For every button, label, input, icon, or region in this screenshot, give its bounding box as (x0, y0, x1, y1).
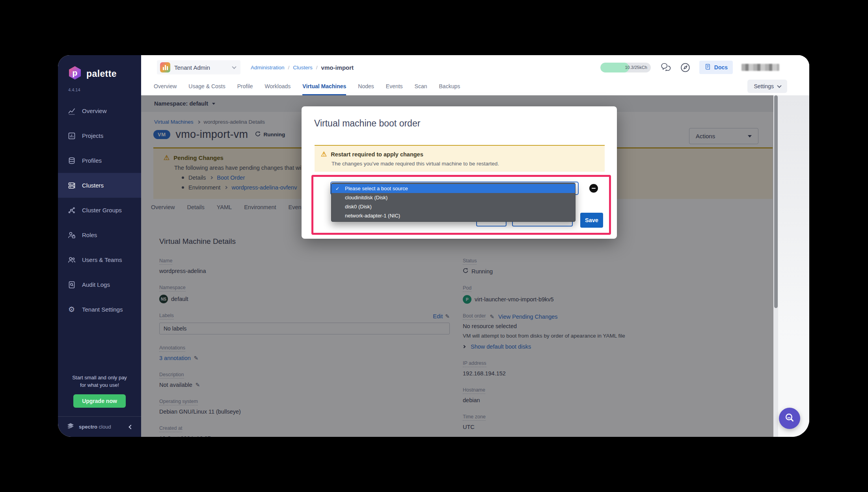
top-bar: Tenant Admin Administration / Clusters /… (141, 55, 809, 77)
usage-meter-label: 10.3/25kCh (625, 65, 647, 70)
sidebar-item-label: Users & Teams (82, 256, 122, 263)
tab-virtual-machines[interactable]: Virtual Machines (302, 77, 346, 95)
usage-meter: 10.3/25kCh (600, 63, 651, 72)
vm-details-page: Namespace: default Virtual Machines word… (141, 95, 778, 437)
modal-title: Virtual machine boot order (314, 118, 420, 129)
save-button[interactable]: Save (580, 213, 603, 228)
restart-warning-title: Restart required to apply changes (331, 151, 423, 158)
network-icon (67, 206, 76, 214)
chat-icon[interactable] (659, 62, 671, 72)
scrollbar-thumb[interactable] (774, 95, 778, 308)
docs-button[interactable]: Docs (699, 61, 733, 74)
sidebar-item-projects[interactable]: Projects (58, 123, 141, 148)
users-icon (67, 256, 76, 264)
dropdown-option-cloudinitdisk[interactable]: cloudinitdisk (Disk) (332, 193, 575, 202)
tab-workloads[interactable]: Workloads (264, 77, 291, 95)
main-area: Tenant Admin Administration / Clusters /… (141, 55, 809, 437)
sidebar-item-label: Projects (82, 132, 103, 139)
sidebar-item-label: Overview (82, 108, 107, 114)
book-icon (704, 63, 711, 71)
restart-warning: ⚠ Restart required to apply changes The … (315, 145, 605, 172)
upgrade-now-button[interactable]: Upgrade now (73, 394, 126, 408)
boot-source-dropdown: ✓ Please select a boot source cloudinitd… (331, 183, 576, 222)
footer-brand: spectro cloud (79, 424, 111, 430)
projects-icon (67, 132, 76, 140)
warning-icon: ⚠ (321, 150, 327, 158)
brand-name: palette (86, 69, 117, 79)
settings-button[interactable]: Settings (747, 80, 787, 93)
spectro-cloud-logo-icon (66, 422, 75, 432)
upgrade-banner: Start small and only pay for what you us… (58, 370, 141, 416)
remove-boot-source-button[interactable] (589, 184, 598, 193)
search-fab-button[interactable] (779, 408, 800, 429)
tab-scan[interactable]: Scan (415, 77, 427, 95)
scrollbar[interactable] (773, 95, 778, 437)
compass-icon[interactable] (680, 62, 691, 73)
dropdown-option-disk0[interactable]: disk0 (Disk) (332, 202, 575, 211)
bar-chart-icon (67, 107, 76, 115)
topbar-right: 10.3/25kCh Docs (600, 61, 779, 74)
palette-logo-icon: p (67, 65, 82, 82)
sidebar-item-profiles[interactable]: Profiles (58, 148, 141, 173)
clusters-icon (67, 181, 76, 189)
breadcrumb: Administration / Clusters / vmo-import (251, 64, 354, 71)
sidebar-item-clusters[interactable]: Clusters (58, 173, 141, 198)
sidebar-item-label: Cluster Groups (82, 207, 122, 214)
layers-icon (67, 156, 76, 165)
document-search-icon (67, 280, 76, 289)
sidebar-footer: spectro cloud (58, 416, 141, 437)
chevron-down-icon (777, 84, 781, 88)
breadcrumb-clusters[interactable]: Clusters (293, 65, 313, 71)
sidebar-item-overview[interactable]: Overview (58, 98, 141, 123)
upgrade-text: Start small and only pay for what you us… (64, 374, 135, 389)
tab-nodes[interactable]: Nodes (358, 77, 374, 95)
check-icon: ✓ (335, 186, 339, 191)
cluster-tabs: Overview Usage & Costs Profile Workloads… (141, 77, 809, 95)
sidebar-item-roles[interactable]: Roles (58, 223, 141, 247)
breadcrumb-separator: / (316, 65, 318, 71)
breadcrumb-current: vmo-import (321, 64, 354, 71)
sidebar-item-users-teams[interactable]: Users & Teams (58, 247, 141, 272)
svg-text:p: p (73, 68, 78, 77)
magnifier-icon (784, 412, 795, 425)
gear-icon: ⚙ (67, 305, 76, 314)
tab-profile[interactable]: Profile (237, 77, 253, 95)
collapse-sidebar-icon[interactable] (129, 425, 133, 429)
logo-row: p palette (58, 55, 141, 82)
tenant-icon (160, 62, 170, 72)
chevron-down-icon (232, 65, 236, 69)
dropdown-option-network-adapter[interactable]: network-adapter-1 (NIC) (332, 211, 575, 220)
breadcrumb-administration[interactable]: Administration (251, 65, 285, 71)
sidebar-item-label: Clusters (82, 182, 104, 189)
sidebar-item-tenant-settings[interactable]: ⚙ Tenant Settings (58, 297, 141, 322)
restart-warning-text: The changes you've made required this vi… (332, 161, 598, 167)
tab-overview[interactable]: Overview (154, 77, 177, 95)
sidebar-item-label: Roles (82, 232, 97, 238)
redacted-user-info (741, 64, 779, 71)
tab-backups[interactable]: Backups (439, 77, 460, 95)
boot-order-modal: Virtual machine boot order ⚠ Restart req… (302, 106, 617, 239)
tab-events[interactable]: Events (386, 77, 403, 95)
tenant-selector[interactable]: Tenant Admin (157, 60, 240, 74)
user-lock-icon (67, 231, 76, 239)
dropdown-option-placeholder[interactable]: ✓ Please select a boot source (332, 184, 575, 193)
docs-label: Docs (714, 64, 728, 71)
sidebar-item-label: Audit Logs (82, 281, 110, 288)
breadcrumb-separator: / (288, 65, 290, 71)
sidebar-item-cluster-groups[interactable]: Cluster Groups (58, 198, 141, 223)
sidebar-item-label: Tenant Settings (82, 306, 123, 313)
tenant-label: Tenant Admin (174, 64, 210, 71)
sidebar-item-audit-logs[interactable]: Audit Logs (58, 272, 141, 297)
tab-usage-costs[interactable]: Usage & Costs (188, 77, 225, 95)
sidebar-nav: Overview Projects Profiles Clusters Clus… (58, 98, 141, 322)
app-version: 4.4.14 (58, 82, 141, 98)
right-strip (778, 95, 809, 437)
sidebar-item-label: Profiles (82, 157, 102, 164)
app-window: p palette 4.4.14 Overview Projects Profi… (58, 55, 809, 437)
sidebar: p palette 4.4.14 Overview Projects Profi… (58, 55, 141, 437)
